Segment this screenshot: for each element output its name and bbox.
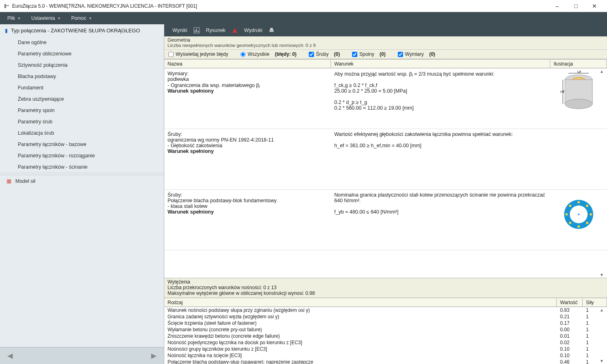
sidebar-item[interactable]: Lokalizacja śrub <box>0 127 164 139</box>
sidebar-item[interactable]: Fundament <box>0 82 164 93</box>
table-row: Nośność łącznika na ścięcie [EC3]0.101 <box>164 352 607 359</box>
menu-file[interactable]: Plik▼ <box>3 14 25 23</box>
svg-point-19 <box>577 201 580 203</box>
cell-forces: 1 <box>583 327 607 332</box>
svg-rect-7 <box>270 30 274 32</box>
svg-point-22 <box>590 213 592 216</box>
cell-value: 0.21 <box>557 314 583 320</box>
cell-forces: 1 <box>583 333 607 339</box>
cell-name: Wymiary:podlewka- Ograniczenia dla wsp. … <box>164 71 331 121</box>
cell-type: Nośność pojedynczego łącznika na docisk … <box>164 340 557 345</box>
nav-forward-button[interactable]: ► <box>149 351 158 361</box>
window-title: EuroZłącza 5.0 - WEWNĘTRZNA, NIEKOMERCYJ… <box>12 3 548 9</box>
cell-condition: Aby można przyjąć wartość wsp. βⱼ = 2/3 … <box>331 71 550 121</box>
cell-value: 0.00 <box>557 327 583 332</box>
geometry-panel-header: Geometria Liczba niespełnionych warunków… <box>164 36 607 50</box>
results-icon[interactable] <box>193 27 200 34</box>
sidebar-item[interactable]: Parametry śrub <box>0 116 164 127</box>
checkbox-errors-only[interactable]: Wyświetlaj jedynie błędy <box>168 51 228 57</box>
effort-table: Rodzaj Wartość Siły Warunek nośności pod… <box>164 298 607 364</box>
tab-printouts[interactable]: Wydruki <box>240 26 266 35</box>
sidebar: ▮ Typ połączenia - ZAKOTWIENIE SŁUPA OKR… <box>0 24 164 364</box>
svg-rect-1 <box>6 5 9 6</box>
sidebar-item[interactable]: Żebra usztywniające <box>0 93 164 105</box>
cell-type: Zniszczenie krawędzi betonu (concrete ed… <box>164 333 557 339</box>
nav-back-button[interactable]: ◄ <box>6 351 15 361</box>
column-header-forces[interactable]: Siły <box>583 298 607 307</box>
chevron-down-icon: ▼ <box>17 17 21 20</box>
tab-drawing[interactable]: Rysunek <box>202 26 230 35</box>
menu-help[interactable]: Pomoc▼ <box>67 14 96 23</box>
effort-panel-header: Wytężenia Liczba przekroczonych warunków… <box>164 278 607 298</box>
column-header-type[interactable]: Rodzaj <box>164 298 557 307</box>
sidebar-item[interactable]: Parametry łączników - bazowe <box>0 139 164 150</box>
cell-forces: 1 <box>583 359 607 364</box>
maximize-button[interactable]: □ <box>567 0 585 12</box>
drawing-icon[interactable] <box>231 27 238 34</box>
table-row: Śruby:ograniczenia wg normy PN-EN 1992-4… <box>164 129 607 190</box>
cell-forces: 1 <box>583 340 607 345</box>
cell-forces: 1 <box>583 320 607 326</box>
cell-value: 0.83 <box>557 307 583 313</box>
svg-text:Df: Df <box>577 71 581 74</box>
table-row: Nośności grupy łączników po kierunku z [… <box>164 346 607 352</box>
cell-value: 0.17 <box>557 320 583 326</box>
table-row: Połączenie blacha podstawy-słup (spawane… <box>164 359 607 364</box>
column-header-illustration[interactable]: Ilustracja <box>550 60 607 68</box>
column-header-value[interactable]: Wartość <box>557 298 583 307</box>
printer-icon[interactable] <box>268 27 275 34</box>
minimize-button[interactable]: – <box>548 0 567 12</box>
table-row: Śruby:Połączenie blacha podstawy-blok fu… <box>164 190 607 250</box>
cell-forces: 1 <box>583 346 607 352</box>
connection-type-header[interactable]: ▮ Typ połączenia - ZAKOTWIENIE SŁUPA OKR… <box>0 24 164 37</box>
svg-marker-6 <box>232 28 237 33</box>
close-button[interactable]: ✕ <box>585 0 604 12</box>
column-header-condition[interactable]: Warunek <box>331 60 550 68</box>
checkbox-dims[interactable]: Wymiary (0) <box>398 51 435 57</box>
model-icon: ▦ <box>6 178 11 184</box>
svg-point-26 <box>586 222 588 224</box>
cell-condition: Wartość efektywnej głębokości zakotwieni… <box>331 131 550 181</box>
svg-point-12 <box>565 99 592 109</box>
cell-forces: 1 <box>583 307 607 313</box>
chevron-down-icon: ▼ <box>57 17 61 20</box>
sidebar-item[interactable]: Parametry łączników - ścinanie <box>0 161 164 173</box>
scroll-down-icon[interactable]: ▼ <box>600 273 606 277</box>
sidebar-item[interactable]: Sztywność połączenia <box>0 59 164 71</box>
svg-point-24 <box>586 205 588 207</box>
sidebar-item[interactable]: Parametry spoin <box>0 105 164 116</box>
filter-bar: Wyświetlaj jedynie błędy Wszystkie (błęd… <box>164 50 607 59</box>
table-row: Ścięcie trzpienia (steel failure of fast… <box>164 320 607 326</box>
menu-settings[interactable]: Ustawienia▼ <box>27 14 65 23</box>
sidebar-item-model-sil[interactable]: ▦ Model sił <box>0 175 164 187</box>
svg-point-20 <box>577 225 580 228</box>
cell-name: Śruby:Połączenie blacha podstawy-blok fu… <box>164 192 331 242</box>
cell-type: Połączenie blacha podstawy-słup (spawane… <box>164 359 557 364</box>
column-header-name[interactable]: Nazwa <box>164 60 331 68</box>
cell-forces: 1 <box>583 353 607 358</box>
sidebar-item[interactable]: Parametry łączników - rozciąganie <box>0 150 164 161</box>
svg-text:Hf: Hf <box>560 90 564 94</box>
cell-type: Ścięcie trzpienia (steel failure of fast… <box>164 320 557 326</box>
cell-name: Śruby:ograniczenia wg normy PN-EN 1992-4… <box>164 131 331 181</box>
table-row: Zniszczenie krawędzi betonu (concrete ed… <box>164 333 607 339</box>
svg-rect-3 <box>195 30 195 32</box>
cell-illustration <box>550 192 607 242</box>
checkbox-bolts[interactable]: Śruby (0) <box>309 51 340 57</box>
table-row: Wyłamanie betonu (concrete pry-out failu… <box>164 326 607 333</box>
svg-point-23 <box>569 205 571 207</box>
radio-all[interactable]: Wszystkie (błędy: 0) <box>240 51 297 57</box>
cell-illustration <box>550 131 607 181</box>
titlebar: EuroZłącza 5.0 - WEWNĘTRZNA, NIEKOMERCYJ… <box>0 0 607 12</box>
column-icon: ▮ <box>5 28 8 34</box>
sidebar-item[interactable]: Dane ogólne <box>0 37 164 48</box>
menubar: Plik▼ Ustawienia▼ Pomoc▼ <box>0 12 607 24</box>
cell-illustration: HfDf <box>550 71 607 121</box>
sidebar-item[interactable]: Blacha podstawy <box>0 71 164 82</box>
app-icon <box>3 3 10 9</box>
cell-type: Granica zadanej sztywności węzła (względ… <box>164 314 557 320</box>
content-toolbar: Wyniki Rysunek Wydruki <box>164 24 607 36</box>
tab-results[interactable]: Wyniki <box>168 26 191 35</box>
sidebar-item[interactable]: Parametry obliczeniowe <box>0 48 164 59</box>
checkbox-welds[interactable]: Spoiny (0) <box>352 51 386 57</box>
